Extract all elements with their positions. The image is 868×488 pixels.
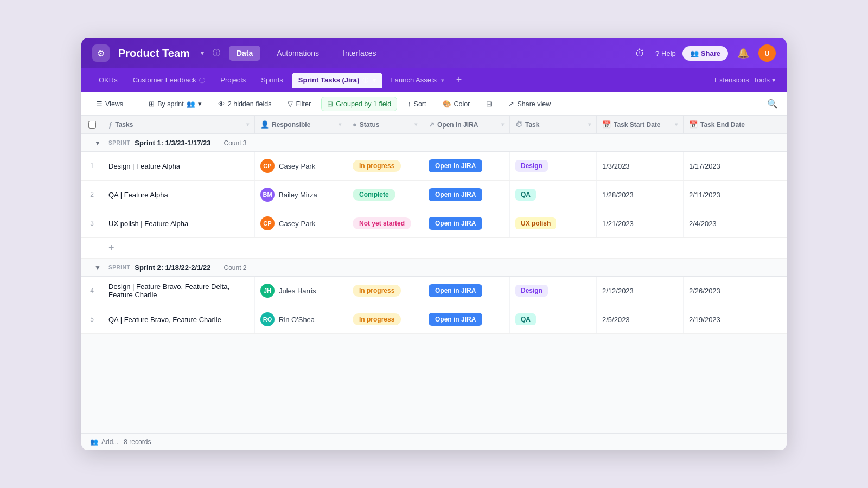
- tab-okrs[interactable]: OKRs: [92, 73, 124, 87]
- table-footer: 👥 Add... 8 records: [81, 433, 787, 450]
- td-start-date: 2/12/2023: [597, 277, 684, 305]
- views-button[interactable]: ☰ Views: [90, 97, 129, 111]
- task-tag: QA: [515, 313, 536, 325]
- avatar: CP: [260, 159, 275, 173]
- th-jira-icon: ↗: [429, 120, 435, 129]
- tab-launch-chevron-icon: ▾: [441, 77, 444, 84]
- status-badge: Complete: [353, 189, 395, 201]
- td-responsible: JH Jules Harris: [255, 277, 347, 305]
- td-status: In progress: [347, 305, 423, 333]
- th-status: ● Status ▾: [347, 116, 423, 133]
- th-end-date-icon: 📅: [689, 120, 698, 129]
- td-jira[interactable]: Open in JIRA: [423, 305, 510, 333]
- extensions-button[interactable]: Extensions: [714, 76, 749, 84]
- filter-icon: ▽: [288, 100, 293, 108]
- td-task-name[interactable]: QA | Feature Bravo, Feature Charlie: [103, 305, 255, 333]
- help-button[interactable]: ? Help: [655, 49, 676, 57]
- by-sprint-button[interactable]: ⊞ By sprint 👥 ▾: [143, 97, 208, 111]
- tab-launch-assets[interactable]: Launch Assets ▾: [385, 73, 451, 87]
- jira-button[interactable]: Open in JIRA: [429, 313, 482, 326]
- tab-sprints[interactable]: Sprints: [254, 73, 289, 87]
- sort-button[interactable]: ↕ Sort: [401, 97, 432, 111]
- app-window: ⚙ Product Team ▾ ⓘ Data Automations Inte…: [81, 38, 787, 450]
- td-start-date: 2/5/2023: [597, 305, 684, 333]
- td-task-tag: QA: [510, 305, 597, 333]
- td-task-tag: UX polish: [510, 209, 597, 237]
- grouped-button[interactable]: ⊞ Grouped by 1 field: [321, 97, 397, 111]
- tab-customer-feedback[interactable]: Customer Feedback ⓘ: [126, 73, 212, 88]
- grid-icon: ⊞: [149, 100, 155, 108]
- sprint1-header: ▼ SPRINT Sprint 1: 1/3/23-1/17/23 Count …: [81, 134, 787, 152]
- td-task-tag: Design: [510, 152, 597, 180]
- td-end-date: 2/26/2023: [684, 277, 770, 305]
- avatar: JH: [260, 284, 275, 298]
- jira-button[interactable]: Open in JIRA: [429, 159, 482, 172]
- td-jira[interactable]: Open in JIRA: [423, 209, 510, 237]
- sprint2-collapse-button[interactable]: ▼: [87, 264, 108, 272]
- sort-icon: ↕: [407, 100, 411, 108]
- history-icon[interactable]: ⏱: [631, 44, 649, 62]
- sprint2-label: SPRINT Sprint 2: 1/18/22-2/1/22 Count 2: [108, 264, 260, 272]
- user-avatar[interactable]: U: [758, 44, 776, 62]
- sprint1-add-record-button[interactable]: +: [108, 242, 114, 254]
- nav-right: ⏱ ? Help 👥 Share 🔔 U: [631, 44, 776, 62]
- bell-icon[interactable]: 🔔: [735, 44, 752, 62]
- status-badge: In progress: [353, 313, 401, 325]
- eye-icon: 👁: [218, 100, 225, 108]
- toolbar: ☰ Views ⊞ By sprint 👥 ▾ 👁 2 hidden field…: [81, 92, 787, 116]
- td-jira[interactable]: Open in JIRA: [423, 152, 510, 180]
- by-sprint-chevron-icon: ▾: [198, 100, 202, 108]
- table-row: 5 QA | Feature Bravo, Feature Charlie RO…: [81, 305, 787, 334]
- add-record-button[interactable]: 👥 Add...: [90, 438, 118, 446]
- nav-tab-automations[interactable]: Automations: [269, 46, 327, 61]
- workspace-info-icon[interactable]: ⓘ: [213, 48, 220, 58]
- tab-dropdown-icon: ▾: [373, 77, 376, 84]
- jira-button[interactable]: Open in JIRA: [429, 217, 482, 230]
- color-button[interactable]: 🎨 Color: [437, 97, 476, 111]
- task-tag: UX polish: [515, 217, 556, 229]
- users-icon: 👥: [690, 49, 699, 57]
- sprint1-collapse-button[interactable]: ▼: [87, 139, 108, 147]
- th-jira-chevron: ▾: [501, 121, 504, 127]
- tab-sprint-tasks[interactable]: Sprint Tasks (Jira) ⓘ ▾: [292, 73, 382, 88]
- add-record-icon: 👥: [90, 438, 98, 446]
- top-nav: ⚙ Product Team ▾ ⓘ Data Automations Inte…: [81, 38, 787, 68]
- tabs-right: Extensions Tools ▾: [714, 76, 776, 84]
- tools-button[interactable]: Tools ▾: [754, 76, 776, 84]
- td-task-name[interactable]: QA | Feature Alpha: [103, 181, 255, 209]
- td-responsible: CP Casey Park: [255, 209, 347, 237]
- td-status: In progress: [347, 277, 423, 305]
- td-responsible: CP Casey Park: [255, 152, 347, 180]
- column-width-button[interactable]: ⊟: [480, 97, 498, 111]
- tab-projects[interactable]: Projects: [214, 73, 252, 87]
- share-view-button[interactable]: ↗ Share view: [502, 97, 557, 111]
- td-jira[interactable]: Open in JIRA: [423, 277, 510, 305]
- table-wrapper: ƒ Tasks ▾ 👤 Responsible ▾ ● Status ▾ ↗ O…: [81, 116, 787, 334]
- task-tag: QA: [515, 189, 536, 201]
- search-button[interactable]: 🔍: [767, 99, 778, 109]
- th-start-date-chevron: ▾: [675, 121, 678, 127]
- th-task-icon: ⏱: [515, 120, 522, 129]
- share-icon: ↗: [508, 100, 514, 108]
- filter-button[interactable]: ▽ Filter: [282, 97, 317, 111]
- td-responsible: BM Bailey Mirza: [255, 181, 347, 209]
- add-tab-button[interactable]: +: [453, 74, 465, 86]
- share-button[interactable]: 👥 Share: [682, 46, 728, 61]
- hidden-fields-button[interactable]: 👁 2 hidden fields: [212, 97, 278, 111]
- jira-button[interactable]: Open in JIRA: [429, 188, 482, 201]
- td-task-name[interactable]: Design | Feature Alpha: [103, 152, 255, 180]
- td-end-date: 2/11/2023: [684, 181, 770, 209]
- td-end-date: 2/4/2023: [684, 209, 770, 237]
- workspace-title: Product Team: [118, 47, 190, 60]
- select-all-checkbox[interactable]: [88, 121, 96, 129]
- td-row-num: 4: [81, 277, 103, 305]
- td-task-name[interactable]: UX polish | Feature Alpha: [103, 209, 255, 237]
- nav-tab-data[interactable]: Data: [229, 46, 260, 61]
- td-jira[interactable]: Open in JIRA: [423, 181, 510, 209]
- jira-button[interactable]: Open in JIRA: [429, 284, 482, 297]
- td-task-name[interactable]: Design | Feature Bravo, Feature Delta, F…: [103, 277, 255, 305]
- th-checkbox[interactable]: [81, 116, 103, 133]
- table-row: 3 UX polish | Feature Alpha CP Casey Par…: [81, 209, 787, 238]
- th-task: ⏱ Task ▾: [510, 116, 597, 133]
- nav-tab-interfaces[interactable]: Interfaces: [335, 46, 384, 61]
